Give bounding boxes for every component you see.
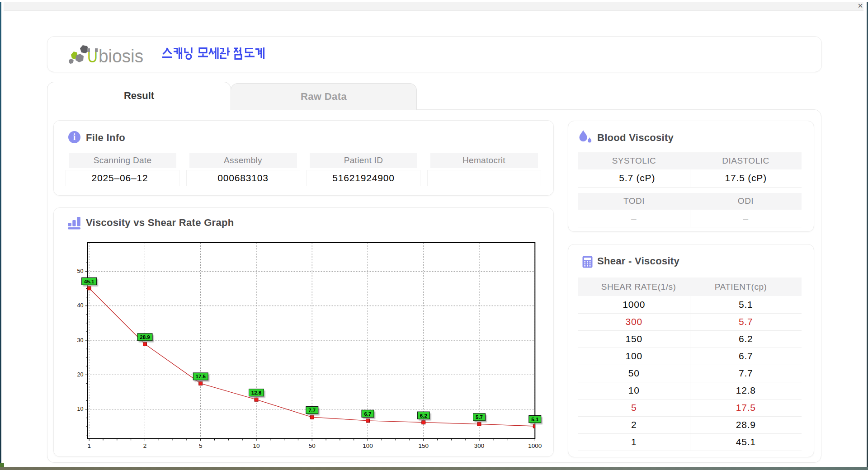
svg-text:1: 1 bbox=[87, 442, 91, 449]
svg-text:12.8: 12.8 bbox=[251, 390, 262, 395]
svg-text:20: 20 bbox=[77, 371, 84, 378]
svg-text:50: 50 bbox=[309, 442, 316, 449]
svg-text:30: 30 bbox=[77, 337, 84, 343]
svg-text:100: 100 bbox=[363, 442, 373, 449]
svg-text:10: 10 bbox=[77, 406, 84, 412]
svg-text:7.7: 7.7 bbox=[308, 408, 316, 413]
svg-text:17.5: 17.5 bbox=[196, 374, 206, 379]
svg-text:50: 50 bbox=[77, 268, 84, 274]
svg-text:28.9: 28.9 bbox=[140, 334, 150, 340]
svg-text:2: 2 bbox=[143, 442, 147, 449]
svg-text:6.7: 6.7 bbox=[364, 411, 372, 417]
svg-text:5.1: 5.1 bbox=[531, 417, 539, 422]
svg-text:10: 10 bbox=[253, 442, 259, 449]
svg-text:150: 150 bbox=[419, 442, 429, 449]
svg-text:6.2: 6.2 bbox=[420, 413, 427, 418]
svg-text:biosis: biosis bbox=[99, 46, 143, 66]
svg-text:45.1: 45.1 bbox=[84, 279, 94, 284]
svg-text:40: 40 bbox=[77, 302, 84, 309]
svg-text:5.7: 5.7 bbox=[476, 414, 483, 420]
svg-text:1000: 1000 bbox=[528, 442, 542, 449]
svg-text:300: 300 bbox=[474, 442, 485, 449]
svg-text:5: 5 bbox=[199, 442, 203, 449]
